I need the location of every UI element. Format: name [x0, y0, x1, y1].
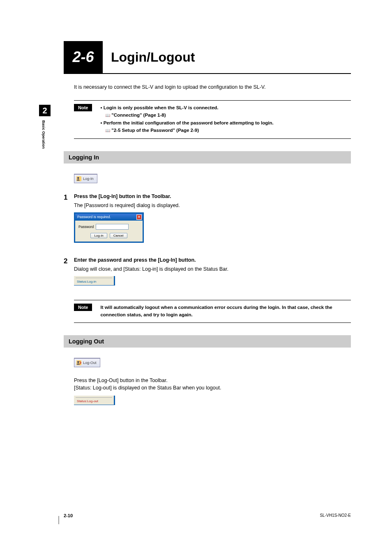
status-login-text: Status:Log-in: [76, 278, 112, 284]
step-2-title: Enter the password and press the [Log-In…: [74, 257, 351, 263]
close-icon: ×: [136, 214, 142, 220]
login-toolbar-button-image: Log-In: [74, 174, 97, 183]
page-footer: 2-10 SL-VH1S-NO2-E: [64, 513, 351, 518]
footer-rule: [58, 516, 59, 524]
logout-desc-2: [Status: Log-out] is displayed on the St…: [74, 385, 351, 391]
login-btn-label: Log-In: [83, 177, 94, 181]
note-ref-2: "2-5 Setup of the Password" (Page 2-9): [100, 127, 273, 134]
password-label: Password: [78, 225, 94, 229]
dialog-cancel-button: Cancel: [110, 233, 127, 238]
step-1-title: Press the [Log-In] button in the Toolbar…: [74, 193, 351, 199]
step-1-num: 1: [64, 193, 74, 253]
note-badge: Note: [74, 104, 92, 111]
note-ref-1: "Connecting" (Page 1-8): [100, 111, 273, 119]
step-2-desc: Dialog will close, and [Status: Log-in] …: [74, 266, 351, 272]
dialog-title: Password is required.: [77, 215, 111, 219]
note-block-2: Note It will automatically logout when a…: [74, 300, 351, 323]
note-2-text: It will automatically logout when a comm…: [100, 304, 351, 319]
page-number: 2-10: [64, 513, 73, 518]
password-dialog-image: Password is required. × Password Log-in …: [74, 212, 144, 243]
logout-person-icon: [76, 360, 82, 366]
step-1-desc: The [Password is required] dialog is dis…: [74, 203, 351, 208]
status-login-image: Status:Log-in: [74, 276, 115, 286]
note-badge-2: Note: [74, 304, 92, 311]
svg-point-1: [77, 177, 79, 179]
step-2-num: 2: [64, 257, 74, 296]
chapter-section-number: 2-6: [64, 41, 103, 73]
section-login-heading: Logging In: [64, 151, 351, 164]
note-bullet-1: Login is only possible when the SL-V is …: [100, 104, 273, 111]
note-bullet-2: Perform the initial configuration of the…: [100, 119, 273, 127]
status-logout-image: Status:Log-out: [74, 396, 115, 405]
note-block-1: Note Login is only possible when the SL-…: [74, 100, 351, 139]
logout-btn-label: Log-Out: [83, 361, 97, 365]
step-2: 2 Enter the password and press the [Log-…: [64, 257, 351, 296]
dialog-login-button: Log-in: [90, 233, 107, 238]
svg-point-3: [77, 361, 79, 363]
logout-toolbar-button-image: Log-Out: [74, 358, 100, 367]
password-field: [96, 224, 129, 230]
intro-text: It is necessary to connect the SL-V and …: [64, 84, 351, 90]
doc-code: SL-VH1S-NO2-E: [320, 513, 351, 518]
section-logout-heading: Logging Out: [64, 335, 351, 348]
chapter-title: Login/Logout: [103, 41, 195, 73]
logout-desc-1: Press the [Log-Out] button in the Toolba…: [74, 378, 351, 383]
step-1: 1 Press the [Log-In] button in the Toolb…: [64, 193, 351, 253]
login-person-icon: [76, 176, 82, 182]
chapter-header: 2-6 Login/Logout: [64, 41, 351, 74]
status-logout-text: Status:Log-out: [76, 397, 112, 404]
